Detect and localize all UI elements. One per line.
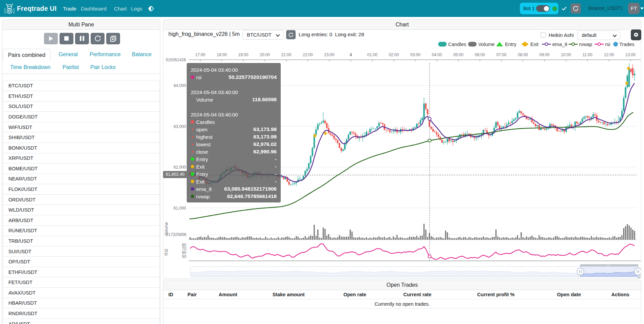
svg-text:08:00: 08:00 bbox=[518, 52, 528, 57]
svg-text:07:00: 07:00 bbox=[496, 52, 506, 57]
svg-text:515051426: 515051426 bbox=[166, 58, 186, 62]
svg-text:ema_8: ema_8 bbox=[552, 42, 567, 47]
svg-text:03:00: 03:00 bbox=[410, 52, 420, 57]
svg-text:21:00: 21:00 bbox=[281, 52, 291, 57]
svg-text:217325856: 217325856 bbox=[166, 232, 186, 237]
svg-text:rvwap: rvwap bbox=[579, 42, 592, 47]
svg-text:22:00: 22:00 bbox=[303, 52, 313, 57]
svg-text:20:00: 20:00 bbox=[260, 52, 270, 57]
svg-text:11:00: 11:00 bbox=[582, 52, 592, 57]
svg-text:50: 50 bbox=[182, 254, 187, 259]
svg-text:04:00: 04:00 bbox=[432, 52, 442, 57]
svg-text:4: 4 bbox=[350, 52, 352, 57]
svg-text:05:00: 05:00 bbox=[453, 52, 463, 57]
svg-text:18:00: 18:00 bbox=[217, 52, 227, 57]
svg-text:09:00: 09:00 bbox=[539, 52, 550, 57]
svg-text:Exit: Exit bbox=[530, 42, 538, 47]
svg-text:06:00: 06:00 bbox=[475, 52, 485, 57]
svg-text:19:00: 19:00 bbox=[238, 52, 248, 57]
svg-text:10:00: 10:00 bbox=[561, 52, 571, 57]
svg-text:Entry: Entry bbox=[505, 42, 517, 47]
svg-text:64,000: 64,000 bbox=[174, 83, 186, 88]
svg-text:61,000: 61,000 bbox=[174, 206, 186, 211]
svg-text:RSI: RSI bbox=[164, 249, 169, 256]
svg-text:63,000: 63,000 bbox=[174, 124, 186, 129]
svg-text:01:00: 01:00 bbox=[367, 52, 377, 57]
svg-text:rsi: rsi bbox=[605, 42, 610, 47]
svg-text:13:00: 13:00 bbox=[625, 52, 636, 57]
svg-text:62,000: 62,000 bbox=[174, 165, 186, 170]
svg-text:Candles: Candles bbox=[448, 42, 466, 47]
svg-text:23:00: 23:00 bbox=[324, 52, 335, 57]
svg-text:Trades: Trades bbox=[619, 42, 635, 47]
svg-text:12:00: 12:00 bbox=[604, 52, 614, 57]
svg-text:17:00: 17:00 bbox=[195, 52, 205, 57]
svg-text:Volume: Volume bbox=[478, 42, 495, 47]
svg-text:Volume: Volume bbox=[164, 222, 169, 236]
svg-text:02:00: 02:00 bbox=[389, 52, 399, 57]
